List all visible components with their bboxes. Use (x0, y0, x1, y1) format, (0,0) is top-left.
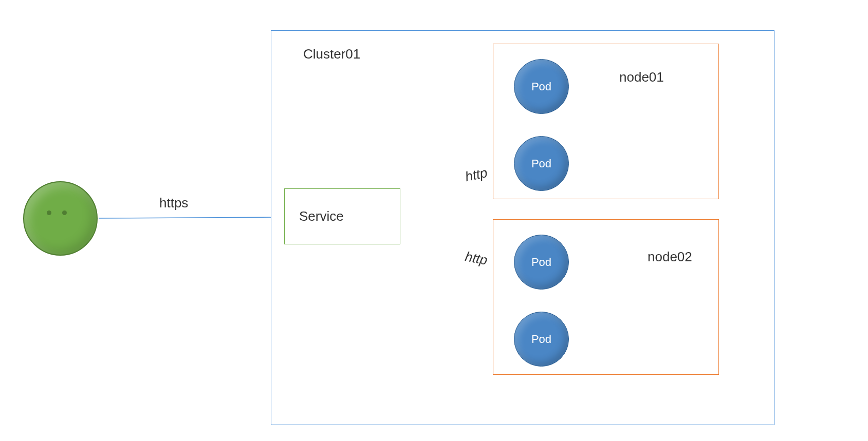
node-label-node02: node02 (648, 249, 692, 265)
client-eye-icon (62, 210, 67, 215)
pod-circle: Pod (514, 59, 569, 114)
pod-label: Pod (531, 157, 551, 170)
pod-circle: Pod (514, 136, 569, 191)
edge-label-https: https (159, 195, 188, 211)
service-label: Service (299, 208, 344, 224)
pod-circle: Pod (514, 312, 569, 367)
client-eye-icon (47, 210, 51, 215)
pod-label: Pod (531, 256, 551, 269)
cluster-label: Cluster01 (303, 46, 360, 62)
client-icon (23, 181, 98, 256)
node-label-node01: node01 (619, 69, 664, 85)
service-box: Service (284, 188, 400, 244)
pod-label: Pod (531, 333, 551, 346)
architecture-diagram: Cluster01 node01 node02 Service Pod Pod … (0, 0, 868, 441)
svg-line-1 (99, 217, 282, 218)
pod-circle: Pod (514, 235, 569, 290)
pod-label: Pod (531, 80, 551, 93)
